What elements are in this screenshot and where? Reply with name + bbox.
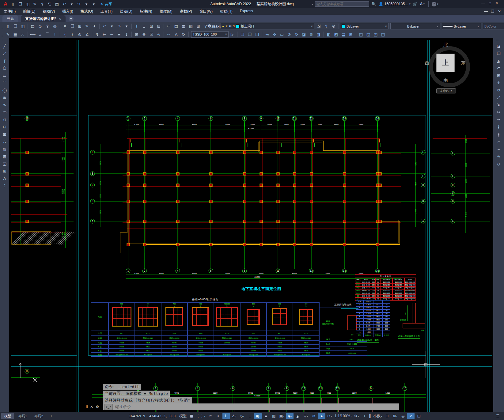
- toolbar-grip[interactable]: [2, 24, 3, 29]
- print-icon[interactable]: ▤: [54, 1, 60, 7]
- search-icon[interactable]: 🔍: [372, 2, 376, 6]
- mod-thicken-icon[interactable]: ◱: [365, 31, 372, 38]
- dim-tangent2-icon[interactable]: ⟩: [69, 31, 76, 38]
- point-style-icon[interactable]: ⁚: [1, 182, 8, 189]
- menu-item[interactable]: 文件(F): [0, 8, 19, 15]
- save-icon[interactable]: ◫: [24, 1, 31, 7]
- layerwalk-icon[interactable]: �званий: [212, 23, 219, 30]
- layer-match-icon[interactable]: ⇳: [323, 23, 330, 30]
- menu-item[interactable]: 标注(N): [136, 8, 156, 15]
- mod-union-icon[interactable]: ❏: [239, 31, 246, 38]
- erase-icon[interactable]: ◪: [495, 43, 502, 50]
- dim-frame-icon[interactable]: ⊞: [133, 31, 140, 38]
- clean-screen-icon[interactable]: ▢: [415, 413, 423, 419]
- mirror-icon[interactable]: ◭: [495, 57, 502, 64]
- autoscale-icon[interactable]: ↦▾: [326, 413, 333, 419]
- mod-align-icon[interactable]: ⧄: [308, 31, 315, 38]
- dim-linear-icon[interactable]: ⟷: [29, 31, 36, 38]
- workspace-gear-icon[interactable]: ⚙▾: [353, 413, 360, 419]
- open-icon[interactable]: ❐: [12, 23, 19, 30]
- brush-icon[interactable]: ▷: [229, 31, 236, 38]
- quick-properties-icon[interactable]: ⊟: [383, 413, 391, 419]
- ellipse-icon[interactable]: ⬭: [1, 109, 8, 116]
- selection-filter-icon[interactable]: ▽▾: [302, 413, 309, 419]
- dim-edit-icon[interactable]: ✑: [165, 31, 172, 38]
- menu-item[interactable]: Express: [236, 8, 257, 15]
- chamfer-icon[interactable]: ⌐: [495, 138, 502, 145]
- gizmo-icon[interactable]: ⊕: [310, 413, 317, 419]
- layer-prev-icon[interactable]: ▦: [180, 23, 187, 30]
- rectangle-icon[interactable]: ▭: [1, 72, 8, 79]
- mod-mirror3d-icon[interactable]: ◪: [301, 31, 307, 38]
- model-space-button[interactable]: 模型: [179, 413, 187, 419]
- minimize-button[interactable]: —: [480, 0, 487, 6]
- menu-item[interactable]: 编辑(E): [19, 8, 39, 15]
- redo-caret[interactable]: ▾: [83, 1, 90, 7]
- drawing-canvas[interactable]: 1246891011121416FECBA3200600080008000400…: [9, 38, 493, 412]
- new-icon[interactable]: ▯: [9, 1, 16, 7]
- doc-minimize-button[interactable]: —: [483, 8, 489, 14]
- line-icon[interactable]: ╱: [1, 43, 8, 50]
- viewport-control[interactable]: 未命名▼: [436, 88, 456, 93]
- undo-caret[interactable]: ▾: [68, 1, 75, 7]
- autodesk-icon[interactable]: A: [420, 2, 423, 6]
- mod-rotate3d-icon[interactable]: ⟳: [293, 31, 300, 38]
- account-label[interactable]: 1505999135...: [385, 2, 408, 6]
- menu-item[interactable]: 参数(P): [176, 8, 196, 15]
- maximize-button[interactable]: □: [487, 0, 493, 6]
- make-block-icon[interactable]: ⊞: [1, 131, 8, 138]
- tab-start[interactable]: 开始: [2, 15, 18, 22]
- menu-item[interactable]: 修改(M): [156, 8, 176, 15]
- command-grip[interactable]: ⠿: [85, 404, 88, 410]
- annotation-monitor-icon[interactable]: +: [361, 413, 368, 419]
- dynamic-ucs-icon[interactable]: ◭: [294, 413, 301, 419]
- command-close-icon[interactable]: ✕: [89, 404, 94, 410]
- isolate-icon[interactable]: ◎: [399, 413, 407, 419]
- lock-ui-icon[interactable]: ⊠▾: [391, 413, 399, 419]
- dim-break-icon[interactable]: ↧: [123, 31, 130, 38]
- isometric-icon[interactable]: ◇▾: [238, 413, 246, 419]
- preview-icon[interactable]: ⊙: [37, 23, 44, 30]
- help-icon[interactable]: ?: [432, 2, 436, 6]
- hatch-icon[interactable]: ▨: [1, 146, 8, 153]
- copy-icon[interactable]: ❐: [69, 23, 76, 30]
- share-button[interactable]: ⊳共享: [100, 2, 112, 7]
- annotation-scale-button[interactable]: 1:1/100%▾: [334, 413, 352, 419]
- nav-west-label[interactable]: 西: [425, 60, 429, 66]
- app-logo-icon[interactable]: A: [2, 1, 9, 7]
- mod-intersect-icon[interactable]: ❑: [254, 31, 260, 38]
- menu-item[interactable]: 视图(V): [39, 8, 59, 15]
- mod-imprint-icon[interactable]: ⊞: [347, 31, 354, 38]
- autodesk-caret-icon[interactable]: ▾: [423, 2, 425, 6]
- insert-block-icon[interactable]: ⊡: [1, 123, 8, 131]
- grid-icon[interactable]: ▦: [188, 413, 195, 419]
- linetype-dropdown[interactable]: ByLayer∨: [390, 23, 440, 29]
- nav-south-label[interactable]: 南: [443, 78, 448, 83]
- snap-mode-icon[interactable]: ⋮⋮▾: [196, 413, 206, 419]
- table-icon[interactable]: ▦: [12, 31, 19, 38]
- calc-icon[interactable]: ⊞: [195, 23, 202, 30]
- export-icon[interactable]: ⇪: [39, 1, 46, 7]
- mod-subtract-icon[interactable]: ❐: [246, 31, 253, 38]
- nav-top-face[interactable]: 上: [436, 54, 455, 72]
- scale-icon[interactable]: ⤢: [495, 94, 502, 101]
- layer-dropdown[interactable]: ● ✳ ✻ ◘ 板上洞口 ∨: [221, 23, 314, 29]
- infer-constraints-icon[interactable]: ▱: [207, 413, 214, 419]
- dynamic-input-icon[interactable]: ⌖: [214, 413, 222, 419]
- layer-caret-icon[interactable]: ∨: [311, 25, 313, 28]
- selection-cycling-icon[interactable]: ▤▾: [278, 413, 286, 419]
- dim-diameter-icon[interactable]: ⊘: [76, 31, 83, 38]
- menu-item[interactable]: 格式(O): [77, 8, 97, 15]
- osnap-icon[interactable]: ▣▾: [254, 413, 262, 419]
- undo-icon[interactable]: ↶: [61, 1, 68, 7]
- layer-lock-icon[interactable]: ◘: [233, 25, 235, 28]
- dim-update-icon[interactable]: ⟳: [180, 31, 187, 38]
- stretch-icon[interactable]: ⇲: [495, 101, 502, 108]
- menu-item[interactable]: 绘图(D): [116, 8, 136, 15]
- rotate-icon[interactable]: ↻: [495, 87, 502, 94]
- trim-icon[interactable]: ✂: [495, 109, 502, 116]
- publish-icon[interactable]: ⇪: [44, 23, 51, 30]
- mod-convert-icon[interactable]: ◳: [372, 31, 379, 38]
- transfer-icon[interactable]: ⎗: [46, 1, 53, 7]
- account-caret-icon[interactable]: ▾: [409, 2, 411, 6]
